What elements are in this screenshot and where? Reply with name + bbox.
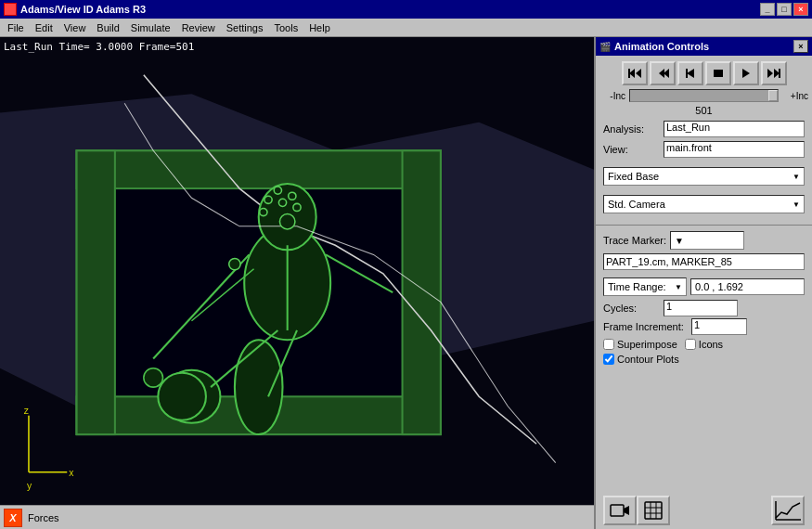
export-video-btn[interactable] [603, 496, 637, 525]
svg-rect-35 [628, 69, 630, 78]
svg-rect-47 [645, 502, 662, 519]
frame-increment-input[interactable]: 1 [691, 318, 747, 335]
transport-controls [596, 56, 812, 87]
time-range-select[interactable]: Time Range: ▼ [603, 277, 687, 296]
bottom-buttons [596, 492, 812, 529]
close-btn[interactable]: × [793, 3, 808, 16]
app-title: Adams/View ID Adams R3 [20, 4, 146, 15]
svg-text:x: x [69, 468, 74, 478]
svg-point-22 [229, 259, 240, 270]
menu-settings[interactable]: Settings [221, 21, 269, 34]
fast-forward-btn[interactable] [761, 61, 787, 85]
inc-label: +Inc [782, 91, 808, 101]
menu-file[interactable]: File [2, 21, 30, 34]
menu-edit[interactable]: Edit [30, 21, 58, 34]
fixed-base-arrow-icon: ▼ [793, 173, 800, 181]
anim-panel-title-bar: 🎬 Animation Controls × [596, 37, 812, 56]
svg-marker-41 [742, 69, 750, 78]
spreadsheet-btn[interactable] [637, 496, 670, 525]
svg-point-21 [279, 214, 295, 229]
menu-build[interactable]: Build [91, 21, 124, 34]
stop-btn[interactable] [705, 61, 731, 85]
view-label: View: [603, 144, 664, 155]
frame-number: 501 [596, 104, 812, 117]
status-bar: X Forces [0, 505, 594, 529]
status-label: Forces [28, 512, 59, 523]
time-range-value[interactable]: 0.0 , 1.692 [690, 278, 805, 295]
svg-marker-46 [624, 506, 629, 515]
icons-checkbox[interactable] [685, 339, 696, 350]
checkbox-row-1: Superimpose Icons [596, 337, 812, 352]
svg-point-23 [293, 203, 301, 211]
anim-panel-title: Animation Controls [614, 41, 709, 52]
camera-select[interactable]: Std. Camera ▼ [603, 195, 805, 213]
window-controls: _ □ × [760, 3, 808, 16]
menu-tools[interactable]: Tools [268, 21, 303, 34]
camera-arrow-icon: ▼ [793, 200, 800, 209]
scene-svg: z x y [0, 37, 594, 529]
svg-rect-6 [77, 150, 115, 434]
animation-controls-panel: 🎬 Animation Controls × [594, 37, 812, 529]
svg-point-31 [158, 373, 206, 420]
superimpose-checkbox[interactable] [603, 339, 614, 350]
frame-slider-thumb[interactable] [768, 90, 778, 101]
fixed-base-label: Fixed Base [608, 171, 659, 182]
svg-text:z: z [24, 406, 29, 416]
svg-marker-38 [687, 69, 694, 78]
camera-label: Std. Camera [608, 199, 665, 210]
frame-slider-track[interactable] [629, 89, 779, 102]
svg-rect-4 [77, 150, 441, 188]
cycles-section: Cycles: 1 Frame Increment: 1 [596, 298, 812, 337]
view-input[interactable]: main.front [664, 141, 805, 158]
chart-btn[interactable] [771, 496, 805, 525]
svg-point-25 [289, 192, 296, 200]
contour-group: Contour Plots [603, 354, 679, 365]
step-back-btn[interactable] [677, 61, 703, 85]
contour-checkbox[interactable] [603, 354, 614, 365]
maximize-btn[interactable]: □ [777, 3, 792, 16]
svg-rect-44 [779, 69, 780, 78]
cycles-row: Cycles: 1 [603, 300, 805, 316]
frame-slider-row: -Inc +Inc [596, 87, 812, 104]
menu-view[interactable]: View [58, 21, 92, 34]
analysis-row: Analysis: Last_Run [603, 121, 805, 137]
trace-value-field[interactable]: PART_19.cm, MARKER_85 [603, 253, 805, 270]
dec-inc-label: -Inc [599, 91, 625, 101]
cycles-label: Cycles: [603, 303, 664, 314]
view-row: View: main.front [603, 141, 805, 158]
menu-simulate[interactable]: Simulate [125, 21, 176, 34]
rewind-all-btn[interactable] [622, 61, 648, 85]
cycles-input[interactable]: 1 [664, 300, 738, 316]
fixed-base-row: Fixed Base ▼ [596, 165, 812, 187]
time-range-arrow-icon: ▼ [675, 283, 682, 291]
anim-panel-icon: 🎬 [599, 42, 611, 52]
minimize-btn[interactable]: _ [760, 3, 775, 16]
time-range-row: Time Range: ▼ 0.0 , 1.692 [596, 276, 812, 298]
rewind-btn[interactable] [650, 61, 676, 85]
anim-close-btn[interactable]: × [793, 40, 808, 53]
trace-marker-select[interactable]: ▼ [670, 231, 744, 250]
svg-marker-42 [767, 69, 773, 78]
trace-marker-label: Trace Marker: [603, 235, 666, 246]
svg-point-27 [264, 196, 272, 203]
svg-text:y: y [27, 481, 32, 491]
camera-row: Std. Camera ▼ [596, 193, 812, 215]
menu-bar: File Edit View Build Simulate Review Set… [0, 19, 812, 37]
frame-increment-label: Frame Increment: [603, 321, 691, 332]
app-title-bar: Adams/View ID Adams R3 _ □ × [0, 0, 812, 19]
svg-rect-39 [686, 69, 688, 78]
analysis-input[interactable]: Last_Run [664, 121, 805, 137]
time-range-label: Time Range: [608, 281, 666, 292]
trace-value: PART_19.cm, MARKER_85 [606, 256, 732, 267]
status-icon: X [4, 509, 22, 527]
svg-point-26 [274, 187, 281, 194]
menu-review[interactable]: Review [176, 21, 221, 34]
fixed-base-select[interactable]: Fixed Base ▼ [603, 167, 805, 186]
menu-help[interactable]: Help [303, 21, 336, 34]
svg-rect-45 [611, 505, 624, 516]
viewport: Last_Run Time= 3.0000 Frame=501 [0, 37, 594, 529]
trace-marker-row: Trace Marker: ▼ [596, 229, 812, 252]
app-icon [4, 3, 17, 16]
svg-point-24 [278, 199, 286, 206]
play-btn[interactable] [733, 61, 759, 85]
